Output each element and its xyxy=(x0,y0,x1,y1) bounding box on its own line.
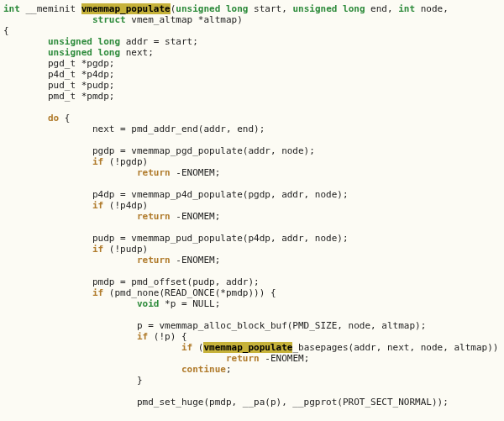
source-code-block: int __meminit vmemmap_populate(unsigned … xyxy=(0,0,504,411)
search-highlight: vmemmap_populate xyxy=(203,342,292,353)
search-highlight: vmemmap_populate xyxy=(81,3,171,14)
